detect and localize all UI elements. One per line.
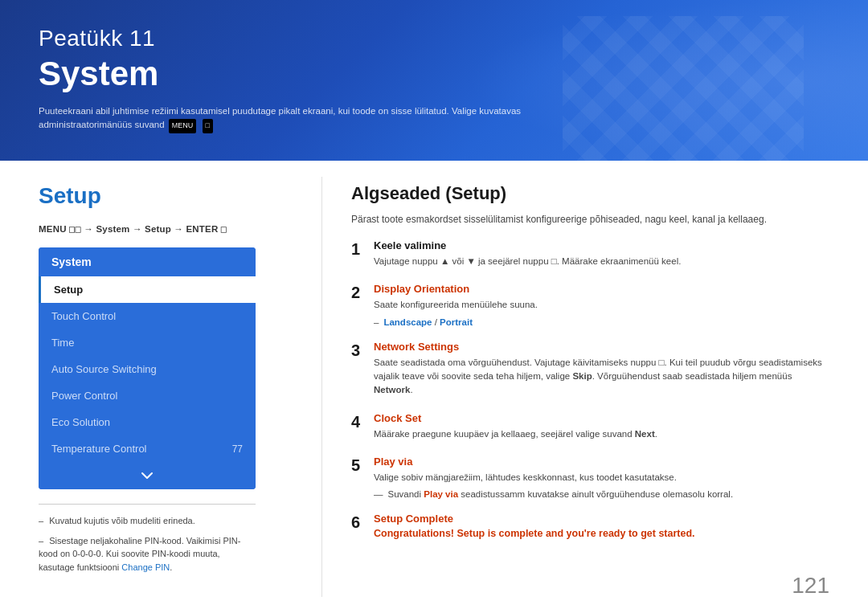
content-area: Setup MENU □□ → System → Setup → ENTER □… <box>0 161 868 613</box>
menu-scroll-down[interactable] <box>39 462 256 489</box>
step-sub-5: — Suvandi Play via seadistussamm kuvatak… <box>374 488 829 501</box>
step-heading-3: Network Settings <box>374 341 829 353</box>
step-content-2: Display Orientation Saate konfigureerida… <box>374 283 829 329</box>
menu-path: MENU □□ → System → Setup → ENTER □ <box>39 223 283 235</box>
footer-notes: – Kuvatud kujutis võib mudeliti erineda.… <box>39 504 256 574</box>
section-intro: Pärast toote esmakordset sisselülitamist… <box>351 212 829 227</box>
step-num-1: 1 <box>351 239 374 259</box>
footer-note-2: – Sisestage neljakohaline PIN-kood. Vaik… <box>39 534 256 574</box>
step-num-4: 4 <box>351 412 374 431</box>
menu-item-time[interactable]: Time <box>39 329 256 356</box>
left-section-title: Setup <box>39 183 283 209</box>
step-heading-5: Play via <box>374 456 829 468</box>
right-panel: Algseaded (Setup) Pärast toote esmakords… <box>322 161 868 613</box>
step-content-4: Clock Set Määrake praegune kuupäev ja ke… <box>374 412 829 444</box>
step-heading-1: Keele valimine <box>374 239 829 251</box>
step-desc-3: Saate seadistada oma võrguühendust. Vaju… <box>374 356 829 398</box>
step-num-2: 2 <box>351 283 374 302</box>
step-sub-2: – Landscape / Portrait <box>374 316 829 329</box>
step-heading-4: Clock Set <box>374 412 829 424</box>
menu-item-setup[interactable]: Setup <box>39 276 256 303</box>
icon-badge: □ <box>203 119 213 133</box>
step-3: 3 Network Settings Saate seadistada oma … <box>351 341 829 401</box>
right-section-title: Algseaded (Setup) <box>351 183 829 204</box>
step-1: 1 Keele valimine Vajutage nuppu ▲ või ▼ … <box>351 239 829 272</box>
header-banner: Peatükk 11 System Puuteekraani abil juht… <box>0 0 868 161</box>
step-4: 4 Clock Set Määrake praegune kuupäev ja … <box>351 412 829 444</box>
step-num-5: 5 <box>351 456 374 475</box>
step-desc-5: Valige sobiv mängjarežiim, lähtudes kesk… <box>374 471 829 484</box>
menu-item-auto-source[interactable]: Auto Source Switching <box>39 356 256 382</box>
menu-item-eco-solution[interactable]: Eco Solution <box>39 409 256 435</box>
menu-item-power-control[interactable]: Power Control <box>39 382 256 409</box>
page-title: System <box>39 55 829 93</box>
step-desc-2: Saate konfigureerida menüülehe suuna. <box>374 298 829 312</box>
menu-badge: MENU <box>169 119 197 133</box>
step-content-1: Keele valimine Vajutage nuppu ▲ või ▼ ja… <box>374 239 829 272</box>
menu-item-temperature[interactable]: Temperature Control 77 <box>39 435 256 462</box>
left-panel: Setup MENU □□ → System → Setup → ENTER □… <box>0 161 321 613</box>
step-content-6: Setup Complete Congratulations! Setup is… <box>374 513 829 539</box>
step-content-3: Network Settings Saate seadistada oma võ… <box>374 341 829 401</box>
header-description: Puuteekraani abil juhtimise režiimi kasu… <box>39 104 585 133</box>
menu-item-touch-control[interactable]: Touch Control <box>39 303 256 329</box>
step-heading-2: Display Orientation <box>374 283 829 295</box>
footer-note-1: – Kuvatud kujutis võib mudeliti erineda. <box>39 514 256 528</box>
step-6: 6 Setup Complete Congratulations! Setup … <box>351 513 829 539</box>
system-menu-box: System Setup Touch Control Time Auto Sou… <box>39 247 256 489</box>
step-heading-6: Setup Complete <box>374 513 829 525</box>
step-2: 2 Display Orientation Saate konfigureeri… <box>351 283 829 329</box>
step-desc-1: Vajutage nuppu ▲ või ▼ ja seejärel nuppu… <box>374 255 829 268</box>
step-content-5: Play via Valige sobiv mängjarežiim, läht… <box>374 456 829 502</box>
congrats-line: Congratulations! Setup is complete and y… <box>374 528 829 539</box>
page-number: 121 <box>792 573 829 599</box>
step-desc-4: Määrake praegune kuupäev ja kellaaeg, se… <box>374 427 829 441</box>
step-5: 5 Play via Valige sobiv mängjarežiim, lä… <box>351 456 829 502</box>
system-menu-header: System <box>39 247 256 276</box>
chapter-label: Peatükk 11 <box>39 26 829 51</box>
step-num-3: 3 <box>351 341 374 360</box>
step-num-6: 6 <box>351 513 374 532</box>
